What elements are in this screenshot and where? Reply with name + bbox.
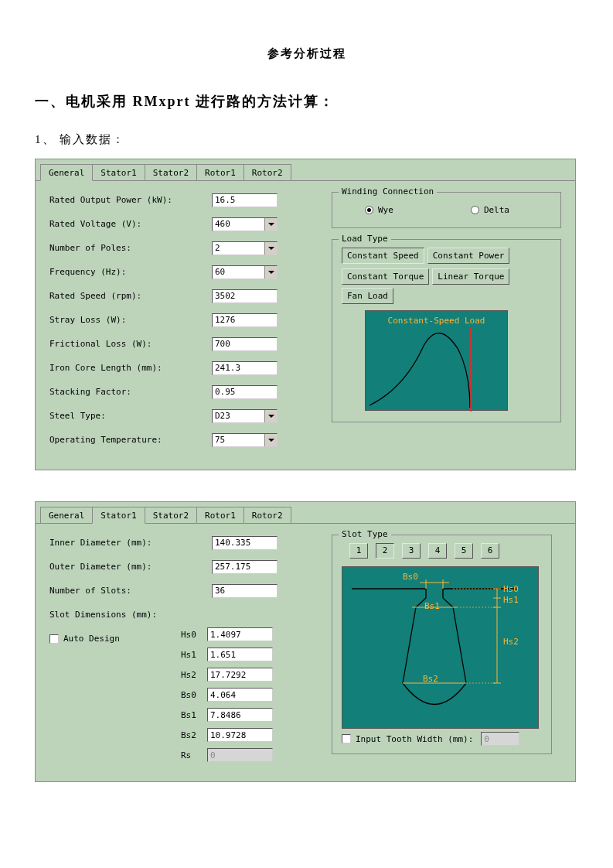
tab-rotor2[interactable]: Rotor2 — [243, 164, 291, 180]
tab-stator1-2[interactable]: Stator1 — [92, 507, 145, 524]
input-iron-core-length[interactable] — [212, 361, 278, 375]
winding-connection-group: Winding Connection Wye Delta — [332, 192, 561, 228]
load-type-group: Load Type Constant Speed Constant Power … — [332, 239, 561, 422]
legend-load-type: Load Type — [339, 234, 391, 244]
doc-title: 参考分析过程 — [35, 46, 578, 61]
input-hs1[interactable] — [207, 648, 273, 661]
slot-graph: Bs0 Bs1 Bs2 Hs0 Hs1 Hs2 — [342, 566, 539, 729]
combo-steel-type-value: D23 — [213, 410, 264, 422]
input-rated-output-power[interactable] — [212, 193, 278, 207]
combo-frequency-value: 60 — [213, 266, 264, 279]
btn-constant-speed[interactable]: Constant Speed — [342, 248, 424, 264]
checkbox-auto-design-label: Auto Design — [63, 634, 120, 644]
label-bs2: Bs2 — [181, 730, 207, 740]
label-steel-type: Steel Type: — [49, 411, 212, 421]
chevron-down-icon[interactable] — [264, 434, 277, 446]
label-rated-speed: Rated Speed (rpm): — [49, 291, 212, 301]
combo-operating-temp[interactable]: 75 — [212, 433, 278, 447]
btn-constant-torque[interactable]: Constant Torque — [342, 268, 429, 285]
radio-icon — [365, 206, 373, 214]
load-graph-title: Constant-Speed Load — [366, 316, 507, 326]
checkbox-input-tooth-width[interactable]: Input Tooth Width (mm): — [342, 734, 473, 744]
load-graph: Constant-Speed Load — [365, 310, 508, 411]
label-outer-diameter: Outer Diameter (mm): — [49, 562, 212, 572]
sub-heading-1: 1、 输入数据： — [35, 132, 578, 147]
tab-general[interactable]: General — [40, 164, 93, 181]
svg-line-8 — [453, 607, 466, 683]
input-stacking-factor[interactable] — [212, 385, 278, 399]
chevron-down-icon[interactable] — [264, 266, 277, 279]
btn-constant-power[interactable]: Constant Power — [427, 248, 510, 264]
input-bs1[interactable] — [207, 708, 273, 722]
label-slot-dimensions: Slot Dimensions (mm): — [49, 610, 212, 620]
input-num-slots[interactable] — [212, 584, 278, 598]
slot-graph-hs1: Hs1 — [503, 595, 519, 605]
label-inner-diameter: Inner Diameter (mm): — [49, 538, 212, 548]
section-heading: 一、电机采用 RMxprt 进行路的方法计算： — [35, 92, 578, 111]
slot-btn-3[interactable]: 3 — [402, 543, 421, 559]
tab-stator1[interactable]: Stator1 — [92, 164, 145, 180]
input-hs0[interactable] — [207, 627, 273, 641]
label-bs0: Bs0 — [181, 690, 207, 700]
radio-delta-label: Delta — [484, 205, 509, 215]
tab-stator2[interactable]: Stator2 — [145, 164, 197, 180]
combo-frequency[interactable]: 60 — [212, 265, 278, 279]
stator1-panel: General Stator1 Stator2 Rotor1 Rotor2 In… — [35, 501, 576, 782]
combo-operating-temp-value: 75 — [213, 434, 264, 446]
slot-btn-5[interactable]: 5 — [455, 543, 473, 559]
slot-btn-1[interactable]: 1 — [349, 543, 368, 559]
tab-rotor2-2[interactable]: Rotor2 — [243, 507, 291, 523]
slot-graph-bs1: Bs1 — [424, 601, 440, 611]
input-bs2[interactable] — [207, 728, 273, 742]
tab-stator2-2[interactable]: Stator2 — [145, 507, 197, 523]
label-num-poles: Number of Poles: — [49, 243, 212, 253]
input-stray-loss[interactable] — [212, 313, 278, 327]
combo-rated-voltage-value: 460 — [213, 218, 264, 231]
label-rated-output-power: Rated Output Power (kW): — [49, 195, 212, 205]
label-rs: Rs — [181, 750, 207, 760]
input-outer-diameter[interactable] — [212, 560, 278, 574]
svg-line-7 — [403, 607, 416, 683]
label-hs0: Hs0 — [181, 630, 207, 640]
input-inner-diameter[interactable] — [212, 536, 278, 550]
checkbox-icon — [49, 634, 59, 644]
slot-graph-hs0: Hs0 — [503, 584, 519, 594]
btn-fan-load[interactable]: Fan Load — [342, 288, 393, 304]
chevron-down-icon[interactable] — [264, 410, 277, 422]
input-bs0[interactable] — [207, 688, 273, 702]
combo-num-poles[interactable]: 2 — [212, 241, 278, 255]
radio-wye[interactable]: Wye — [365, 205, 393, 215]
label-stacking-factor: Stacking Factor: — [49, 387, 212, 397]
input-frictional-loss[interactable] — [212, 337, 278, 351]
label-operating-temperature: Operating Temperature: — [49, 435, 212, 445]
input-tooth-width — [481, 732, 519, 746]
slot-graph-bs2: Bs2 — [423, 674, 438, 684]
combo-steel-type[interactable]: D23 — [212, 409, 278, 423]
slot-btn-6[interactable]: 6 — [481, 543, 499, 559]
input-rated-speed[interactable] — [212, 289, 278, 303]
radio-wye-label: Wye — [378, 205, 393, 215]
label-iron-core-length: Iron Core Length (mm): — [49, 363, 212, 373]
radio-icon — [471, 206, 479, 214]
tab-rotor1-2[interactable]: Rotor1 — [196, 507, 244, 523]
chevron-down-icon[interactable] — [264, 242, 277, 255]
combo-rated-voltage[interactable]: 460 — [212, 217, 278, 231]
label-frictional-loss: Frictional Loss (W): — [49, 339, 212, 349]
chevron-down-icon[interactable] — [264, 218, 277, 231]
checkbox-auto-design[interactable]: Auto Design — [49, 634, 120, 644]
input-hs2[interactable] — [207, 668, 273, 682]
checkbox-icon — [342, 734, 351, 743]
slot-graph-bs0: Bs0 — [403, 572, 418, 582]
legend-slot-type: Slot Type — [339, 529, 391, 539]
general-panel: General Stator1 Stator2 Rotor1 Rotor2 Ra… — [35, 159, 576, 470]
checkbox-input-tooth-width-label: Input Tooth Width (mm): — [356, 734, 473, 744]
btn-linear-torque[interactable]: Linear Torque — [432, 268, 509, 285]
label-num-slots: Number of Slots: — [49, 586, 212, 596]
slot-btn-2[interactable]: 2 — [376, 543, 394, 559]
slot-btn-4[interactable]: 4 — [428, 543, 447, 559]
radio-delta[interactable]: Delta — [471, 205, 509, 215]
tab-general-2[interactable]: General — [40, 507, 93, 523]
tab-rotor1[interactable]: Rotor1 — [196, 164, 244, 180]
slot-graph-hs2: Hs2 — [503, 637, 519, 647]
tab-strip-1: General Stator1 Stator2 Rotor1 Rotor2 — [36, 159, 575, 180]
